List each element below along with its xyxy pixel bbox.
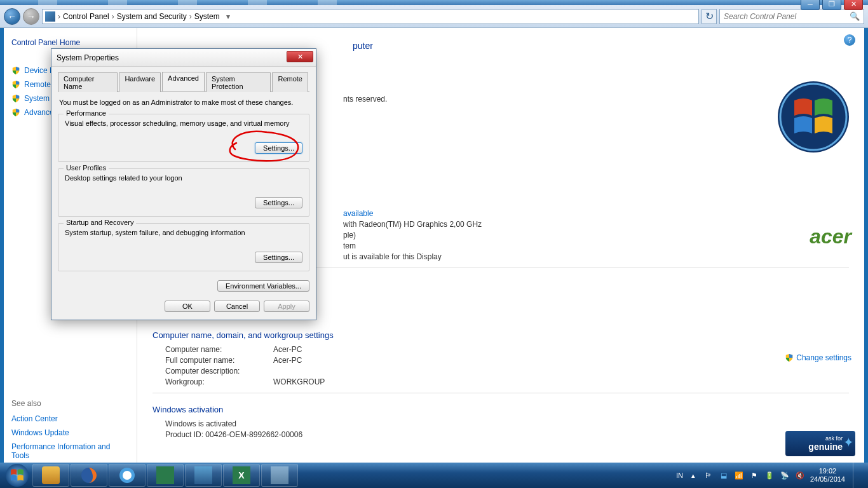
section-computer-name: Computer name, domain, and workgroup set… [153, 330, 849, 340]
rights-text: nts reserved. [343, 95, 387, 104]
refresh-button[interactable]: ↻ [702, 9, 717, 24]
flag-icon[interactable]: 🏳 [703, 470, 714, 480]
minimize-button[interactable]: ─ [801, 0, 820, 10]
system-tray: IN ▴ 🏳 ⬓ 📶 ⚑ 🔋 📡 🔇 19:02 24/05/2014 [676, 463, 865, 488]
breadcrumb-control-panel[interactable]: Control Panel [63, 12, 109, 21]
workgroup-label: Workgroup: [165, 377, 273, 386]
genuine-badge[interactable]: ask for genuine ✦ [785, 431, 855, 456]
group-startup-recovery: Startup and Recovery System startup, sys… [58, 223, 309, 271]
activation-status: Windows is activated [165, 419, 236, 428]
admin-note: You must be logged on as an Administrato… [59, 98, 308, 106]
tab-computer-name[interactable]: Computer Name [58, 72, 118, 92]
window-titlebar: ─ ❐ ✕ [0, 0, 868, 5]
volume-icon[interactable]: 🔇 [795, 470, 805, 480]
windows-logo-icon [775, 79, 851, 155]
shield-icon [11, 108, 20, 117]
battery-icon[interactable]: 🔋 [764, 470, 775, 480]
full-name-label: Full computer name: [165, 356, 273, 365]
search-icon[interactable]: 🔍 [850, 11, 860, 21]
sidebar-perf-info[interactable]: Performance Information and Tools [11, 440, 129, 463]
product-id: Product ID: 00426-OEM-8992662-00006 [165, 430, 302, 439]
tray-up-icon[interactable]: ▴ [688, 470, 698, 480]
search-box[interactable]: 🔍 [719, 9, 864, 24]
cancel-button[interactable]: Cancel [214, 301, 260, 312]
breadcrumb-system-security[interactable]: System and Security [117, 12, 187, 21]
section-activation: Windows activation [153, 405, 849, 414]
network-icon[interactable]: 📶 [734, 470, 744, 480]
maximize-button[interactable]: ❐ [822, 0, 841, 10]
back-button[interactable]: ← [4, 8, 20, 25]
breadcrumb[interactable]: › Control Panel › System and Security › … [42, 9, 699, 24]
sidebar-home-link[interactable]: Control Panel Home [11, 38, 129, 47]
taskbar-app-2[interactable] [147, 464, 184, 487]
full-name-value: Acer-PC [273, 356, 302, 365]
breadcrumb-system[interactable]: System [194, 12, 220, 21]
shield-icon [11, 94, 20, 103]
see-also-heading: See also [11, 399, 129, 408]
help-icon[interactable]: ? [844, 34, 855, 46]
ram-value: ple) [343, 231, 356, 240]
dropbox-icon[interactable]: ⬓ [719, 470, 729, 480]
workgroup-value: WORKGROUP [273, 377, 325, 386]
rating-link[interactable]: available [343, 209, 373, 218]
clock[interactable]: 19:02 24/05/2014 [810, 467, 845, 484]
taskbar-control-panel[interactable] [261, 464, 298, 487]
address-bar: ← → › Control Panel › System and Securit… [0, 5, 868, 28]
shield-icon [785, 353, 794, 362]
start-button[interactable] [3, 463, 32, 488]
svg-point-2 [6, 464, 29, 487]
desc-label: Computer description: [165, 367, 273, 376]
svg-point-5 [123, 471, 132, 480]
performance-settings-button[interactable]: Settings... [255, 142, 302, 154]
dialog-titlebar[interactable]: System Properties ✕ [51, 49, 316, 67]
computer-name-value: Acer-PC [273, 345, 302, 354]
dialog-close-button[interactable]: ✕ [287, 51, 313, 62]
tab-system-protection[interactable]: System Protection [206, 72, 271, 92]
group-user-profiles-desc: Desktop settings related to your logon [65, 174, 302, 182]
wifi-icon[interactable]: 📡 [780, 470, 790, 480]
dialog-tabs: Computer Name Hardware Advanced System P… [58, 72, 309, 92]
action-center-icon[interactable]: ⚑ [749, 470, 759, 480]
taskbar-app-1[interactable] [32, 464, 69, 487]
startup-recovery-settings-button[interactable]: Settings... [255, 252, 302, 263]
group-performance-desc: Visual effects, processor scheduling, me… [65, 119, 302, 127]
group-performance-title: Performance [64, 109, 109, 117]
sidebar-action-center[interactable]: Action Center [11, 412, 129, 426]
taskbar-excel[interactable]: X [223, 464, 260, 487]
acer-logo: acer [810, 225, 851, 248]
dialog-title: System Properties [57, 53, 119, 62]
tab-remote[interactable]: Remote [272, 72, 308, 92]
group-user-profiles-title: User Profiles [64, 164, 109, 172]
environment-variables-button[interactable]: Environment Variables... [217, 280, 309, 292]
shield-icon [11, 66, 20, 75]
search-input[interactable] [724, 12, 850, 21]
ok-button[interactable]: OK [165, 301, 210, 312]
show-desktop-button[interactable] [853, 463, 860, 488]
breadcrumb-dropdown[interactable]: ▾ [222, 12, 234, 21]
forward-button[interactable]: → [23, 8, 39, 25]
taskbar-firefox[interactable] [71, 464, 107, 487]
taskbar: X IN ▴ 🏳 ⬓ 📶 ⚑ 🔋 📡 🔇 19:02 24/05/2014 [0, 463, 868, 488]
tab-hardware[interactable]: Hardware [119, 72, 161, 92]
systype-value: tem [343, 241, 356, 250]
group-performance: Performance Visual effects, processor sc… [58, 114, 309, 162]
user-profiles-settings-button[interactable]: Settings... [255, 197, 302, 208]
computer-name-label: Computer name: [165, 345, 273, 354]
breadcrumb-sep: › [58, 12, 60, 21]
taskbar-browser[interactable] [109, 464, 146, 487]
system-properties-dialog: System Properties ✕ Computer Name Hardwa… [51, 48, 316, 320]
processor-value: with Radeon(TM) HD Graphics 2,00 GHz [343, 220, 482, 229]
tab-advanced[interactable]: Advanced [162, 72, 205, 92]
close-button[interactable]: ✕ [844, 0, 863, 10]
group-startup-recovery-desc: System startup, system failure, and debu… [65, 229, 302, 236]
pen-touch-value: ut is available for this Display [343, 252, 442, 261]
language-indicator[interactable]: IN [676, 471, 683, 479]
svg-point-0 [778, 81, 849, 152]
group-user-profiles: User Profiles Desktop settings related t… [58, 168, 309, 217]
sidebar-windows-update[interactable]: Windows Update [11, 426, 129, 440]
change-settings-link[interactable]: Change settings [785, 353, 851, 362]
shield-icon [11, 80, 20, 89]
taskbar-app-3[interactable] [185, 464, 222, 487]
apply-button[interactable]: Apply [264, 301, 309, 312]
group-startup-recovery-title: Startup and Recovery [64, 219, 136, 226]
